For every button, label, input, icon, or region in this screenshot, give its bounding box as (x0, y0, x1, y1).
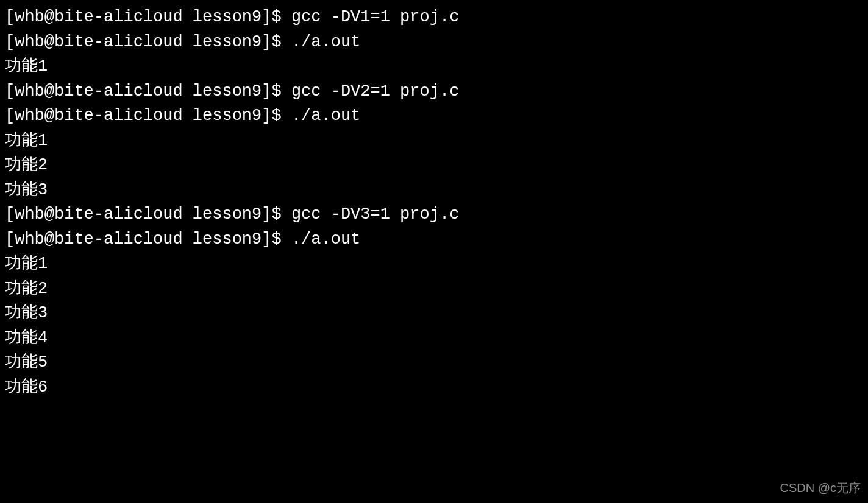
terminal-output: 功能2 (5, 153, 863, 178)
shell-prompt: [whb@bite-alicloud lesson9]$ (5, 230, 291, 248)
terminal-output: 功能1 (5, 128, 863, 153)
watermark: CSDN @c无序 (780, 479, 861, 497)
shell-command: gcc -DV3=1 proj.c (291, 205, 459, 223)
shell-prompt: [whb@bite-alicloud lesson9]$ (5, 33, 291, 51)
terminal-output: 功能3 (5, 178, 863, 203)
shell-command: gcc -DV2=1 proj.c (291, 82, 459, 100)
terminal-output: 功能2 (5, 276, 863, 301)
terminal-output: 功能1 (5, 252, 863, 276)
shell-command: ./a.out (291, 230, 360, 248)
terminal-output: 功能4 (5, 326, 863, 351)
terminal-output: 功能1 (5, 54, 863, 79)
terminal-line[interactable]: [whb@bite-alicloud lesson9]$ gcc -DV3=1 … (5, 202, 863, 227)
shell-prompt: [whb@bite-alicloud lesson9]$ (5, 82, 291, 100)
terminal-line[interactable]: [whb@bite-alicloud lesson9]$ ./a.out (5, 227, 863, 252)
shell-command: ./a.out (291, 107, 360, 125)
terminal-line[interactable]: [whb@bite-alicloud lesson9]$ ./a.out (5, 104, 863, 128)
terminal-line[interactable]: [whb@bite-alicloud lesson9]$ ./a.out (5, 30, 863, 55)
shell-prompt: [whb@bite-alicloud lesson9]$ (5, 8, 291, 26)
terminal-line[interactable]: [whb@bite-alicloud lesson9]$ gcc -DV2=1 … (5, 79, 863, 104)
terminal-output: 功能5 (5, 350, 863, 375)
terminal-line[interactable]: [whb@bite-alicloud lesson9]$ gcc -DV1=1 … (5, 5, 863, 30)
shell-command: ./a.out (291, 33, 360, 51)
terminal-output: 功能3 (5, 301, 863, 326)
shell-prompt: [whb@bite-alicloud lesson9]$ (5, 107, 291, 125)
shell-command: gcc -DV1=1 proj.c (291, 8, 459, 26)
shell-prompt: [whb@bite-alicloud lesson9]$ (5, 205, 291, 223)
terminal-output: 功能6 (5, 375, 863, 400)
